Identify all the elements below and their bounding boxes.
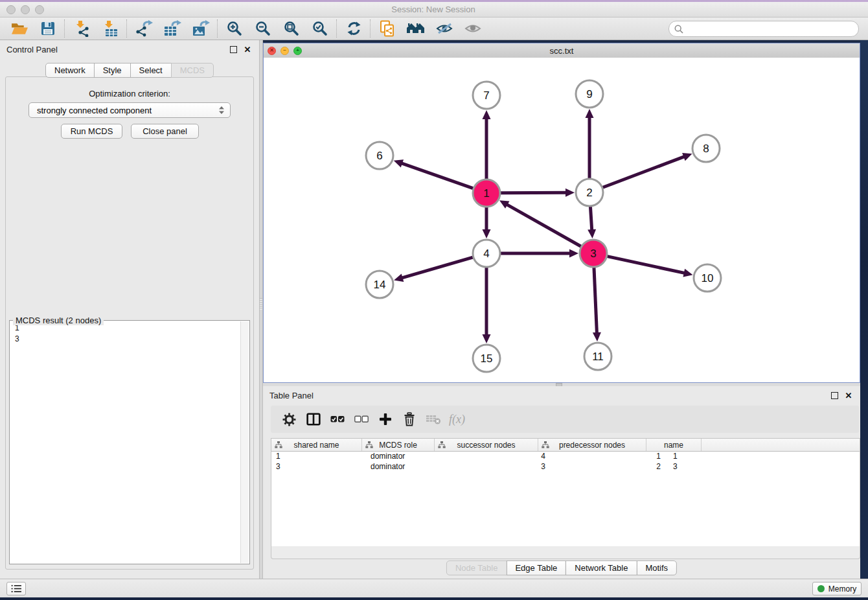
trash-icon — [403, 412, 416, 426]
zoom-window-button[interactable] — [35, 5, 44, 14]
import-table-button[interactable] — [96, 18, 124, 39]
export-table-button[interactable] — [158, 18, 187, 39]
add-column-button[interactable] — [373, 408, 397, 430]
open-file-button[interactable] — [5, 18, 34, 39]
network-edge-2-3[interactable] — [590, 207, 591, 231]
column-header-name[interactable]: name — [646, 439, 702, 451]
import-network-button[interactable] — [67, 18, 96, 39]
tab-network[interactable]: Network — [45, 63, 95, 78]
zoom-in-button[interactable] — [220, 18, 249, 39]
table-tab-motifs[interactable]: Motifs — [636, 560, 677, 575]
show-column-button[interactable] — [301, 408, 325, 430]
refresh-view-button[interactable] — [339, 18, 368, 39]
search-field[interactable] — [668, 21, 859, 37]
edge-arrowhead — [565, 189, 575, 197]
table-tab-edge-table[interactable]: Edge Table — [506, 560, 566, 575]
network-canvas[interactable]: 7968124314101511 — [264, 58, 860, 382]
table-horizontal-scrollbar[interactable] — [271, 546, 860, 559]
task-list-icon — [11, 584, 22, 593]
table-settings-button[interactable] — [277, 408, 301, 430]
float-table-panel-button[interactable] — [829, 390, 839, 400]
mcds-result-text[interactable]: 13 — [10, 321, 241, 563]
result-scrollbar[interactable] — [240, 321, 249, 563]
select-all-button[interactable] — [325, 408, 349, 430]
network-edge-3-11[interactable] — [594, 268, 597, 334]
cytoscape-window: Session: New Session — [0, 0, 868, 600]
save-session-button[interactable] — [34, 18, 62, 39]
node-label-6: 6 — [376, 150, 382, 162]
table-cell[interactable]: 3 — [668, 462, 727, 472]
table-row[interactable]: 1dominator411 — [271, 452, 860, 462]
edge-arrowhead — [682, 153, 692, 161]
table-cell[interactable]: dominator — [366, 462, 442, 472]
node-label-10: 10 — [702, 272, 714, 284]
network-edge-3-10[interactable] — [608, 257, 685, 273]
table-cell[interactable]: 3 — [442, 462, 553, 472]
network-edge-3-1[interactable] — [506, 204, 580, 246]
node-label-1: 1 — [483, 187, 489, 200]
network-edge-4-14[interactable] — [402, 257, 473, 278]
edge-arrowhead — [483, 229, 491, 238]
export-network-button[interactable] — [130, 18, 158, 39]
table-cell[interactable]: 3 — [271, 462, 366, 472]
network-frame-titlebar[interactable]: ✕ − + scc.txt — [264, 43, 860, 58]
layout-home-button[interactable] — [402, 18, 430, 39]
table-tab-network-table[interactable]: Network Table — [565, 560, 637, 575]
network-edge-1-6[interactable] — [401, 163, 473, 189]
tab-mcds[interactable]: MCDS — [171, 63, 214, 78]
float-panel-button[interactable] — [228, 44, 238, 54]
node-label-7: 7 — [483, 89, 489, 102]
minimize-window-button[interactable] — [21, 5, 30, 14]
close-table-panel-button[interactable]: ✕ — [843, 390, 854, 400]
table-cell[interactable]: 4 — [442, 452, 553, 462]
table-tab-node-table[interactable]: Node Table — [446, 560, 507, 575]
network-edge-1-2[interactable] — [501, 192, 567, 193]
column-header-predecessor-nodes[interactable]: predecessor nodes — [538, 439, 646, 451]
deselect-all-button[interactable] — [349, 408, 373, 430]
column-header-shared-name[interactable]: shared name — [271, 439, 362, 451]
tab-select[interactable]: Select — [130, 63, 172, 78]
zoom-fit-button[interactable] — [277, 18, 306, 39]
function-builder-button[interactable]: f(x) — [445, 408, 469, 430]
export-image-button[interactable] — [187, 18, 215, 39]
edge-arrowhead — [569, 249, 578, 258]
table-cell[interactable]: 2 — [553, 462, 668, 472]
toolbar-separator — [64, 19, 65, 38]
column-header-successor-nodes[interactable]: successor nodes — [435, 439, 538, 451]
run-mcds-button[interactable]: Run MCDS — [61, 124, 122, 139]
criterion-select[interactable]: strongly connected component — [29, 102, 231, 118]
show-all-button[interactable] — [459, 18, 487, 39]
table-panel: Table Panel ✕ — [263, 386, 860, 579]
delete-column-button[interactable] — [397, 408, 421, 430]
table-cell[interactable]: 1 — [271, 452, 366, 462]
table-toolbar: f(x) — [271, 406, 859, 433]
toolbar-separator — [126, 19, 128, 38]
checked-boxes-icon — [330, 415, 345, 423]
toolbar-separator — [336, 19, 337, 38]
table-tabs: Node TableEdge TableNetwork TableMotifs — [446, 560, 677, 575]
task-history-button[interactable] — [6, 582, 26, 595]
tab-style[interactable]: Style — [94, 63, 131, 78]
column-header-label: name — [664, 441, 683, 450]
close-window-button[interactable] — [6, 5, 16, 14]
zoom-out-button[interactable] — [249, 18, 277, 39]
delete-table-button[interactable] — [421, 408, 445, 430]
hide-selected-button[interactable] — [430, 18, 459, 39]
memory-button[interactable]: Memory — [812, 582, 862, 595]
close-panel-button[interactable]: ✕ — [242, 44, 253, 54]
optimization-criterion-label: Optimization criterion: — [0, 89, 259, 98]
zoom-selected-icon — [312, 21, 328, 36]
network-edge-2-8[interactable] — [603, 156, 685, 187]
table-row[interactable]: 3dominator323 — [271, 462, 860, 472]
column-header-MCDS-role[interactable]: MCDS role — [362, 439, 435, 451]
search-input[interactable] — [687, 23, 858, 36]
close-icon: ✕ — [845, 391, 852, 400]
table-cell[interactable]: dominator — [366, 452, 442, 462]
control-panel-title: Control Panel — [6, 45, 224, 54]
close-panel-action-button[interactable]: Close panel — [131, 124, 199, 139]
control-panel-header: Control Panel ✕ — [0, 40, 259, 58]
first-neighbors-button[interactable] — [373, 18, 402, 39]
table-cell[interactable]: 1 — [553, 452, 668, 462]
zoom-selected-button[interactable] — [306, 18, 334, 39]
table-cell[interactable]: 1 — [668, 452, 727, 462]
